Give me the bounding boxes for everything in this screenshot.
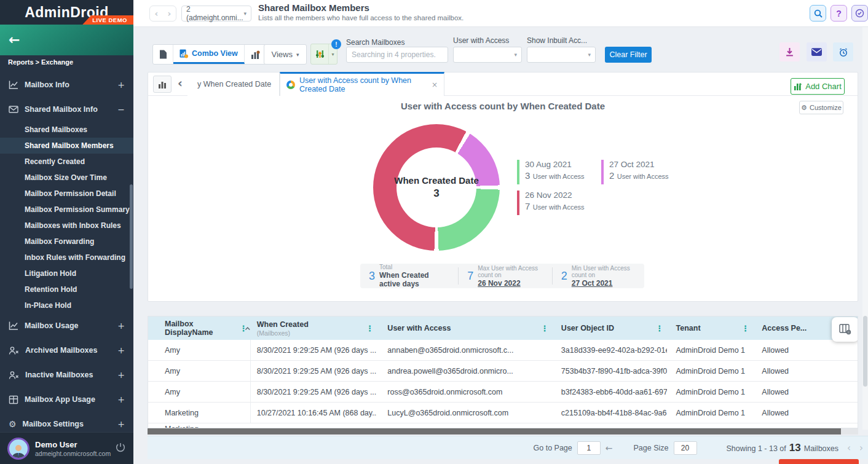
show-inbuilt-select[interactable]: ▾ <box>527 47 596 63</box>
chart-tab-active[interactable]: User with Access count by When Created D… <box>280 72 444 96</box>
nav-back-icon[interactable]: ‹ <box>155 9 159 18</box>
chart-tab-previous[interactable]: y When Created Date <box>187 73 280 96</box>
avatar[interactable] <box>7 438 30 460</box>
column-header-when-created[interactable]: When Created (Mailboxes) ⋮ <box>251 317 377 340</box>
column-header-user-with-access[interactable]: User with Access ⋮ <box>377 317 552 340</box>
legend-value: 3 <box>525 170 530 181</box>
sidebar-group-mailbox-app-usage[interactable]: Mailbox App Usage + <box>0 387 133 412</box>
collapse-icon[interactable]: − <box>117 104 125 114</box>
sidebar-group-shared-mailbox-info[interactable]: Shared Mailbox Info − <box>0 97 133 122</box>
history-nav: ‹ › <box>149 6 176 22</box>
expand-icon[interactable]: + <box>117 345 125 355</box>
expand-icon[interactable]: + <box>117 370 125 380</box>
sidebar-group-archived-mailboxes[interactable]: Archived Mailboxes + <box>0 338 133 363</box>
expand-icon[interactable]: + <box>117 80 125 90</box>
filter-columns-button[interactable]: ▾ ! <box>310 44 337 65</box>
page-size-input[interactable] <box>674 441 697 455</box>
legend-item[interactable]: 27 Oct 2021 2 User with Access <box>601 160 669 184</box>
legend-unit: User with Access <box>533 173 585 180</box>
vertical-scrollbar-thumb[interactable] <box>863 316 867 387</box>
sidebar-group-mailbox-info[interactable]: Mailbox Info + <box>0 73 133 97</box>
help-button[interactable]: ? <box>831 5 847 22</box>
column-menu-icon[interactable]: ⋮ <box>741 324 749 333</box>
sidebar-item-mailbox-permission-detail[interactable]: Mailbox Permission Detail <box>0 186 133 202</box>
sidebar-item-inbox-rules-with-forwarding[interactable]: Inbox Rules with Forwarding <box>0 250 133 265</box>
sidebar-item-recently-created[interactable]: Recently Created <box>0 154 133 170</box>
sidebar-item-in-place-hold[interactable]: In-Place Hold <box>0 297 133 313</box>
cell-access-permission: Allowed <box>752 367 858 376</box>
legend-value: 7 <box>525 201 530 211</box>
tab-combo-view[interactable]: Combo View <box>173 45 245 64</box>
horizontal-scrollbar-thumb[interactable] <box>148 428 841 435</box>
sidebar-group-mailbox-settings[interactable]: ⚙ Mailbox Settings + <box>0 412 133 432</box>
expand-icon[interactable]: + <box>117 395 125 404</box>
logout-power-icon[interactable] <box>115 442 126 455</box>
column-menu-icon[interactable]: ⋮ <box>656 324 664 333</box>
expand-icon[interactable]: + <box>117 419 125 429</box>
back-arrow-icon[interactable]: ← <box>9 33 20 47</box>
add-chart-button[interactable]: Add Chart <box>791 78 845 95</box>
expand-icon[interactable]: + <box>117 321 125 331</box>
nav-forward-icon[interactable]: › <box>168 9 172 18</box>
chart-list-button[interactable] <box>153 76 172 93</box>
sidebar-group-mailbox-usage[interactable]: Mailbox Usage + <box>0 313 133 338</box>
stat-date-link[interactable]: 27 Oct 2021 <box>572 279 636 288</box>
table-row[interactable]: Amy 8/30/2021 9:29:25 AM (926 days ... r… <box>148 382 858 403</box>
legend-date: 30 Aug 2021 <box>525 160 585 169</box>
column-menu-icon[interactable]: ⋮ <box>366 324 374 333</box>
download-button[interactable] <box>779 42 800 61</box>
clear-filter-button[interactable]: Clear Filter <box>605 47 652 63</box>
prev-page-icon[interactable]: ‹ <box>847 442 851 454</box>
cell-when-created: 8/30/2021 9:29:25 AM (926 days ... <box>251 367 377 376</box>
cell-tenant: AdminDroid Demo 1 <box>667 346 753 355</box>
column-header-user-object-id[interactable]: User Object ID ⋮ <box>552 317 667 340</box>
sidebar-item-mailbox-size-over-time[interactable]: Mailbox Size Over Time <box>0 170 133 186</box>
table-row[interactable]: Amy 8/30/2021 9:29:25 AM (926 days ... a… <box>148 361 858 382</box>
sidebar-scrollbar[interactable] <box>130 184 133 289</box>
stat-date-link[interactable]: 26 Nov 2022 <box>478 279 543 288</box>
donut-center-value: 3 <box>433 187 439 200</box>
sidebar-item-retention-hold[interactable]: Retention Hold <box>0 281 133 297</box>
sidebar-header-band: ← <box>0 25 133 55</box>
close-icon[interactable]: × <box>432 81 438 89</box>
column-settings-button[interactable] <box>832 317 858 342</box>
go-arrow-icon[interactable]: ← <box>606 443 613 453</box>
sidebar-group-inactive-mailboxes[interactable]: Inactive Mailboxes + <box>0 363 133 387</box>
sidebar-item-mailbox-forwarding[interactable]: Mailbox Forwarding <box>0 234 133 250</box>
column-header-tenant[interactable]: Tenant ⋮ <box>667 317 753 340</box>
legend-value: 2 <box>609 170 614 181</box>
table-row[interactable]: Marketing 10/27/2021 10:16:45 AM (868 da… <box>148 403 858 423</box>
tenant-selector[interactable]: 2 (admeight.onmi... ▾ <box>181 6 251 22</box>
next-page-icon[interactable]: › <box>859 442 863 454</box>
horizontal-scrollbar[interactable] <box>148 428 858 435</box>
cell-user-object-id: c215109a-bb4f-41b8-84ac-9a6... <box>552 409 667 417</box>
global-search-button[interactable] <box>810 5 826 22</box>
table-row[interactable]: Amy 8/30/2021 9:29:25 AM (926 days ... a… <box>148 340 858 361</box>
user-with-access-select[interactable]: ▾ <box>453 47 522 63</box>
email-button[interactable] <box>807 42 827 61</box>
tab-grid-view[interactable] <box>153 45 173 64</box>
goto-page-input[interactable] <box>577 441 601 455</box>
alert-schedule-button[interactable] <box>833 42 853 61</box>
sidebar-item-mailbox-permission-summary[interactable]: Mailbox Permission Summary <box>0 202 133 218</box>
column-header-mailbox-displayname[interactable]: Mailbox DisplayName ⋮ <box>148 317 251 340</box>
schedule-button[interactable] <box>851 5 868 22</box>
download-icon <box>785 47 794 57</box>
chevron-down-icon: ▾ <box>243 10 247 17</box>
column-menu-icon[interactable]: ⋮ <box>240 324 248 333</box>
column-menu-icon[interactable]: ⋮ <box>541 324 549 333</box>
chat-widget-edge[interactable] <box>779 459 859 464</box>
donut-chart[interactable]: When Created Date 3 <box>373 124 500 251</box>
chevron-left-icon[interactable]: ‹ <box>178 76 183 90</box>
table-row-partial[interactable]: Marketing <box>148 423 858 428</box>
sidebar-item-mailboxes-with-inbox-rules[interactable]: Mailboxes with Inbox Rules <box>0 218 133 234</box>
vertical-scrollbar[interactable] <box>862 27 868 430</box>
sidebar-item-shared-mailboxes[interactable]: Shared Mailboxes <box>0 122 133 138</box>
tab-chart-view[interactable] <box>245 45 266 64</box>
views-dropdown[interactable]: Views ▾ <box>264 44 307 65</box>
sidebar-item-litigation-hold[interactable]: Litigation Hold <box>0 265 133 281</box>
search-input[interactable] <box>346 47 448 63</box>
sidebar-item-shared-mailbox-members[interactable]: Shared Mailbox Members <box>0 138 133 154</box>
legend-item[interactable]: 26 Nov 2022 7 User with Access <box>517 191 585 215</box>
legend-item[interactable]: 30 Aug 2021 3 User with Access <box>517 160 585 184</box>
